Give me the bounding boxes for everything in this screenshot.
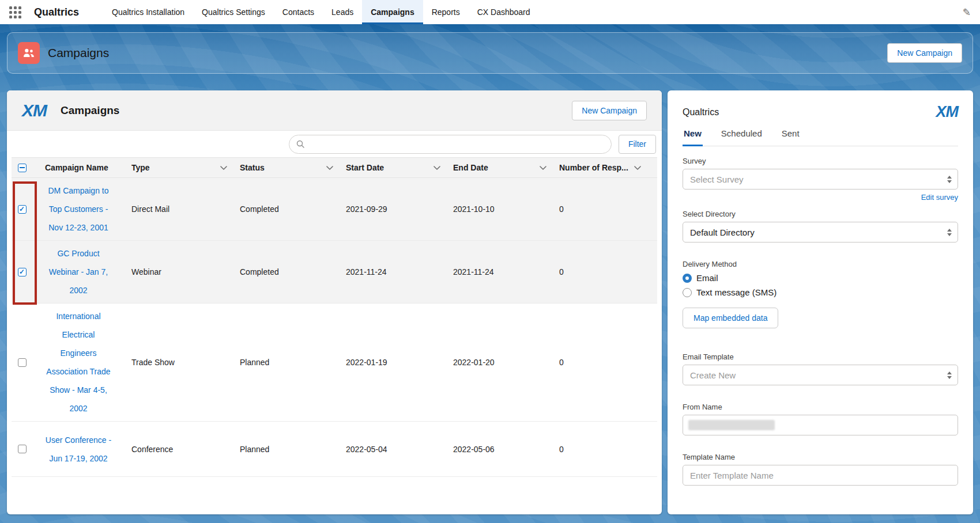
column-header-type[interactable]: Type bbox=[125, 158, 233, 177]
new-campaign-button-list[interactable]: New Campaign bbox=[572, 101, 647, 120]
tab-new[interactable]: New bbox=[683, 122, 703, 146]
redacted-value bbox=[688, 420, 775, 430]
template-name-field: Template Name bbox=[683, 453, 958, 486]
map-embedded-data-button[interactable]: Map embedded data bbox=[683, 308, 778, 328]
radio-email[interactable] bbox=[683, 274, 692, 283]
column-header-number-of-responses[interactable]: Number of Resp... bbox=[552, 158, 647, 177]
top-navigation: Qualtrics Qualtrics Installation Qualtri… bbox=[0, 0, 980, 24]
campaign-status: Completed bbox=[233, 178, 339, 240]
chevron-down-icon[interactable] bbox=[540, 166, 546, 170]
edit-pencil-icon[interactable]: ✎ bbox=[963, 6, 971, 18]
campaign-name-link[interactable]: GC Product Webinar - Jan 7, 2002 bbox=[32, 241, 125, 303]
nav-tab-reports[interactable]: Reports bbox=[423, 0, 469, 24]
campaign-status: Planned bbox=[233, 304, 339, 421]
campaigns-object-icon bbox=[18, 42, 40, 64]
page-header-banner: Campaigns New Campaign bbox=[0, 24, 980, 74]
filter-button[interactable]: Filter bbox=[619, 135, 656, 154]
column-header-end-date[interactable]: End Date bbox=[446, 158, 552, 177]
app-brand: Qualtrics bbox=[34, 6, 79, 18]
campaign-end-date: 2021-10-10 bbox=[446, 178, 552, 240]
campaign-status: Completed bbox=[233, 241, 339, 303]
edit-survey-link[interactable]: Edit survey bbox=[683, 193, 958, 202]
nav-tab-cx-dashboard[interactable]: CX Dashboard bbox=[469, 0, 539, 24]
nav-tab-qualtrics-installation[interactable]: Qualtrics Installation bbox=[103, 0, 193, 24]
campaign-end-date: 2022-05-06 bbox=[446, 422, 552, 476]
page-title: Campaigns bbox=[48, 46, 109, 60]
nav-tab-qualtrics-settings[interactable]: Qualtrics Settings bbox=[193, 0, 274, 24]
campaign-end-date: 2021-11-24 bbox=[446, 241, 552, 303]
delivery-method-label: Delivery Method bbox=[683, 260, 958, 268]
table-row: GC Product Webinar - Jan 7, 2002 Webinar… bbox=[12, 241, 657, 304]
campaign-status: Planned bbox=[233, 422, 339, 476]
tab-sent[interactable]: Sent bbox=[781, 122, 801, 146]
chevron-down-icon[interactable] bbox=[326, 166, 333, 170]
table-row: International Electrical Engineers Assoc… bbox=[12, 304, 657, 422]
tab-scheduled[interactable]: Scheduled bbox=[720, 122, 763, 146]
chevron-down-icon[interactable] bbox=[220, 166, 227, 170]
composer-header: Qualtrics XM bbox=[683, 103, 958, 121]
search-input[interactable] bbox=[309, 139, 604, 149]
campaign-responses: 0 bbox=[552, 241, 647, 303]
from-name-field: From Name bbox=[683, 403, 958, 435]
row-checkbox-cell bbox=[12, 422, 32, 476]
campaign-start-date: 2021-11-24 bbox=[339, 241, 446, 303]
survey-label: Survey bbox=[683, 157, 958, 165]
stepper-icon bbox=[947, 176, 952, 183]
radio-sms[interactable] bbox=[683, 288, 692, 297]
main-content: XM Campaigns New Campaign Filter bbox=[0, 74, 980, 514]
new-campaign-button-banner[interactable]: New Campaign bbox=[887, 43, 962, 63]
list-panel-header: XM Campaigns New Campaign bbox=[7, 90, 662, 131]
email-template-label: Email Template bbox=[683, 353, 958, 361]
directory-label: Select Directory bbox=[683, 210, 958, 218]
row-checkbox[interactable] bbox=[18, 358, 27, 367]
from-name-label: From Name bbox=[683, 403, 958, 411]
email-template-select[interactable]: Create New bbox=[683, 365, 958, 385]
campaign-type: Webinar bbox=[125, 241, 233, 303]
survey-field: Survey Select Survey Edit survey bbox=[683, 157, 958, 202]
table-row: User Conference - Jun 17-19, 2002 Confer… bbox=[12, 422, 657, 477]
campaign-type: Trade Show bbox=[125, 304, 233, 421]
campaign-type: Conference bbox=[125, 422, 233, 476]
survey-select[interactable]: Select Survey bbox=[683, 169, 958, 190]
email-template-field: Email Template Create New bbox=[683, 353, 958, 385]
select-all-checkbox[interactable] bbox=[18, 164, 27, 172]
qualtrics-composer-panel: Qualtrics XM New Scheduled Sent Survey S… bbox=[668, 90, 973, 514]
row-checkbox-cell bbox=[12, 241, 32, 303]
xm-logo: XM bbox=[22, 101, 47, 120]
delivery-option-email[interactable]: Email bbox=[683, 273, 958, 283]
column-header-status[interactable]: Status bbox=[233, 158, 339, 177]
campaign-responses: 0 bbox=[552, 304, 647, 421]
column-header-start-date[interactable]: Start Date bbox=[339, 158, 446, 177]
chevron-down-icon[interactable] bbox=[434, 166, 440, 170]
delivery-option-sms[interactable]: Text message (SMS) bbox=[683, 287, 958, 297]
composer-brand: Qualtrics bbox=[683, 107, 719, 118]
xm-logo: XM bbox=[936, 103, 959, 121]
chevron-down-icon[interactable] bbox=[634, 166, 641, 170]
row-checkbox[interactable] bbox=[18, 205, 27, 214]
nav-tab-campaigns[interactable]: Campaigns bbox=[362, 0, 423, 24]
nav-tabs: Qualtrics Installation Qualtrics Setting… bbox=[103, 0, 539, 24]
campaign-name-link[interactable]: User Conference - Jun 17-19, 2002 bbox=[32, 422, 125, 476]
row-checkbox[interactable] bbox=[18, 268, 27, 276]
select-all-cell bbox=[12, 158, 32, 177]
directory-select[interactable]: Default Directory bbox=[683, 222, 958, 242]
campaign-name-link[interactable]: DM Campaign to Top Customers - Nov 12-23… bbox=[32, 178, 125, 240]
campaign-start-date: 2022-05-04 bbox=[339, 422, 446, 476]
stepper-icon bbox=[947, 372, 952, 379]
campaign-responses: 0 bbox=[552, 178, 647, 240]
nav-tab-contacts[interactable]: Contacts bbox=[274, 0, 323, 24]
column-header-campaign-name[interactable]: Campaign Name bbox=[32, 158, 125, 177]
campaigns-list-panel: XM Campaigns New Campaign Filter bbox=[7, 90, 662, 514]
directory-field: Select Directory Default Directory bbox=[683, 210, 958, 242]
campaign-end-date: 2022-01-20 bbox=[446, 304, 552, 421]
campaign-name-link[interactable]: International Electrical Engineers Assoc… bbox=[32, 304, 125, 421]
list-panel-title: Campaigns bbox=[61, 104, 119, 117]
nav-tab-leads[interactable]: Leads bbox=[323, 0, 362, 24]
search-icon bbox=[296, 140, 304, 148]
table-header: Campaign Name Type Status Start Date bbox=[12, 157, 657, 178]
page-background: Campaigns New Campaign XM Campaigns New … bbox=[0, 24, 980, 523]
row-checkbox[interactable] bbox=[18, 445, 27, 453]
row-checkbox-cell bbox=[12, 178, 32, 240]
app-launcher-icon[interactable] bbox=[9, 6, 21, 18]
template-name-input[interactable] bbox=[683, 465, 958, 486]
